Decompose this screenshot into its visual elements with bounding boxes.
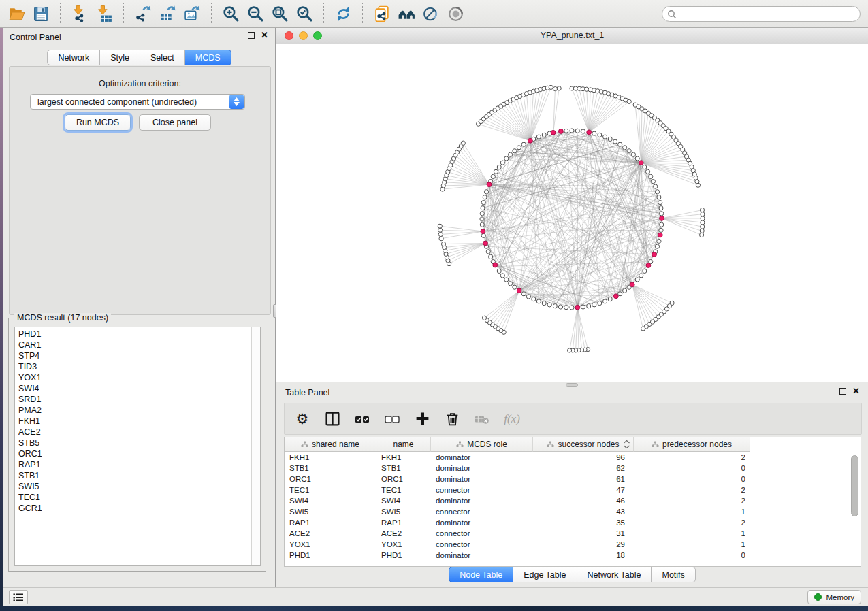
mcds-result-item[interactable]: SWI4 (15, 383, 251, 394)
zoom-out-icon[interactable] (243, 1, 268, 26)
table-row[interactable]: STB1STB1dominator620 (285, 463, 850, 474)
hide-graphics-details-icon[interactable] (419, 1, 443, 26)
mcds-result-item[interactable]: STB5 (15, 437, 251, 448)
mcds-result-item[interactable]: GCR1 (15, 503, 251, 514)
control-panel: Control Panel ✕ NetworkStyleSelectMCDS O… (3, 28, 276, 587)
mcds-result-item[interactable]: PMA2 (15, 405, 251, 416)
deselect-all-icon[interactable] (384, 409, 400, 429)
column-header-predecessor-nodes[interactable]: predecessor nodes (634, 437, 750, 452)
tab-motifs[interactable]: Motifs (652, 567, 695, 582)
float-panel-icon[interactable] (248, 32, 255, 39)
cell-predecessor-nodes: 2 (634, 452, 750, 463)
list-scrollbar[interactable] (251, 327, 260, 565)
table-row[interactable]: YOX1YOX1connector291 (285, 539, 850, 550)
column-layout-icon[interactable] (324, 409, 340, 429)
tab-select[interactable]: Select (140, 50, 185, 65)
delete-table-icon[interactable] (474, 409, 490, 429)
network-canvas[interactable] (276, 44, 868, 382)
table-row[interactable]: FKH1FKH1dominator962 (285, 452, 850, 463)
table-row[interactable]: PHD1PHD1dominator180 (285, 550, 850, 561)
mcds-result-item[interactable]: STP4 (15, 350, 251, 361)
cell-predecessor-nodes: 1 (634, 528, 750, 539)
run-mcds-button[interactable]: Run MCDS (65, 114, 131, 131)
mcds-result-item[interactable]: ACE2 (15, 427, 251, 437)
cell-name: ORC1 (376, 474, 431, 484)
export-image-icon[interactable] (180, 1, 204, 26)
table-row[interactable]: ORC1ORC1dominator610 (285, 474, 850, 484)
tab-mcds[interactable]: MCDS (185, 50, 231, 65)
table-row[interactable]: RAP1RAP1dominator352 (285, 517, 850, 528)
tab-edge-table[interactable]: Edge Table (513, 567, 577, 582)
search-input[interactable] (677, 8, 860, 20)
mcds-result-item[interactable]: STB1 (15, 470, 251, 481)
cell-predecessor-nodes: 2 (634, 517, 750, 528)
table-row[interactable]: ACE2ACE2connector311 (285, 528, 850, 539)
function-builder-icon[interactable]: f(x) (504, 409, 520, 429)
toolbar-separator (323, 3, 324, 24)
memory-button[interactable]: Memory (807, 590, 861, 604)
column-header-shared-name[interactable]: shared name (285, 437, 376, 452)
save-session-icon[interactable] (29, 1, 53, 26)
cell-successor-nodes: 61 (533, 474, 634, 484)
network-window-titlebar[interactable]: YPA_prune.txt_1 (276, 28, 868, 44)
column-header-MCDS-role[interactable]: MCDS role (431, 437, 533, 452)
network-graph[interactable] (276, 44, 868, 382)
mcds-result-item[interactable]: TEC1 (15, 492, 251, 503)
mcds-result-list[interactable]: PHD1CAR1STP4TID3YOX1SWI4SRD1PMA2FKH1ACE2… (14, 327, 261, 566)
cell-MCDS-role: connector (431, 539, 533, 550)
column-header-successor-nodes[interactable]: successor nodes (533, 437, 634, 452)
cell-successor-nodes: 47 (533, 484, 634, 495)
tab-style[interactable]: Style (100, 50, 140, 65)
refresh-icon[interactable] (331, 1, 355, 26)
mcds-result-item[interactable]: TID3 (15, 361, 251, 372)
criterion-select[interactable]: largest connected component (undirected) (30, 94, 245, 110)
search-field[interactable] (662, 6, 861, 22)
import-table-icon[interactable] (92, 1, 116, 26)
table-row[interactable]: SWI5SWI5connector431 (285, 506, 850, 517)
table-panel-collapse-handle[interactable] (566, 383, 578, 387)
settings-gear-icon[interactable]: ⚙ (294, 409, 310, 429)
mcds-result-item[interactable]: CAR1 (15, 340, 251, 350)
tab-node-table[interactable]: Node Table (449, 567, 513, 582)
export-network-icon[interactable] (131, 1, 155, 26)
network-search-icon[interactable] (394, 1, 419, 26)
table-scrollbar-thumb[interactable] (851, 455, 858, 516)
mcds-result-item[interactable]: SRD1 (15, 394, 251, 405)
cell-predecessor-nodes: 1 (634, 539, 750, 550)
cell-successor-nodes: 62 (533, 463, 634, 474)
export-table-icon[interactable] (155, 1, 180, 26)
float-table-panel-icon[interactable] (839, 388, 846, 395)
import-network-icon[interactable] (67, 1, 92, 26)
export-document-network-icon[interactable] (370, 1, 394, 26)
mcds-result-item[interactable]: RAP1 (15, 459, 251, 470)
show-graphics-details-icon[interactable] (443, 1, 468, 26)
add-column-icon[interactable] (414, 409, 430, 429)
delete-column-icon[interactable] (444, 409, 460, 429)
cell-shared-name: SWI4 (285, 495, 376, 506)
mcds-result-group: MCDS result (17 nodes) PHD1CAR1STP4TID3Y… (8, 318, 266, 572)
table-row[interactable]: SWI4SWI4dominator462 (285, 495, 850, 506)
close-panel-button[interactable]: Close panel (139, 114, 211, 131)
zoom-in-icon[interactable] (219, 1, 243, 26)
mcds-result-item[interactable]: YOX1 (15, 372, 251, 383)
table-header-row: shared namenameMCDS rolesuccessor nodesp… (285, 437, 750, 452)
mcds-result-item[interactable]: FKH1 (15, 416, 251, 427)
close-table-panel-icon[interactable]: ✕ (852, 388, 860, 395)
mcds-result-item[interactable]: PHD1 (15, 329, 251, 340)
tab-network-table[interactable]: Network Table (577, 567, 652, 582)
criterion-select-value: largest connected component (undirected) (31, 97, 229, 107)
cell-successor-nodes: 29 (533, 539, 634, 550)
select-all-check-icon[interactable] (354, 409, 370, 429)
close-panel-icon[interactable]: ✕ (261, 32, 268, 39)
zoom-selected-icon[interactable] (292, 1, 317, 26)
tab-network[interactable]: Network (47, 50, 100, 65)
column-header-name[interactable]: name (376, 437, 431, 452)
mcds-result-item[interactable]: SWI5 (15, 481, 251, 492)
open-file-icon[interactable] (4, 1, 29, 26)
table-row[interactable]: TEC1TEC1connector472 (285, 484, 850, 495)
zoom-fit-icon[interactable] (268, 1, 292, 26)
cell-MCDS-role: dominator (431, 452, 533, 463)
task-history-button[interactable] (9, 590, 28, 604)
cell-MCDS-role: connector (431, 528, 533, 539)
mcds-result-item[interactable]: ORC1 (15, 448, 251, 459)
